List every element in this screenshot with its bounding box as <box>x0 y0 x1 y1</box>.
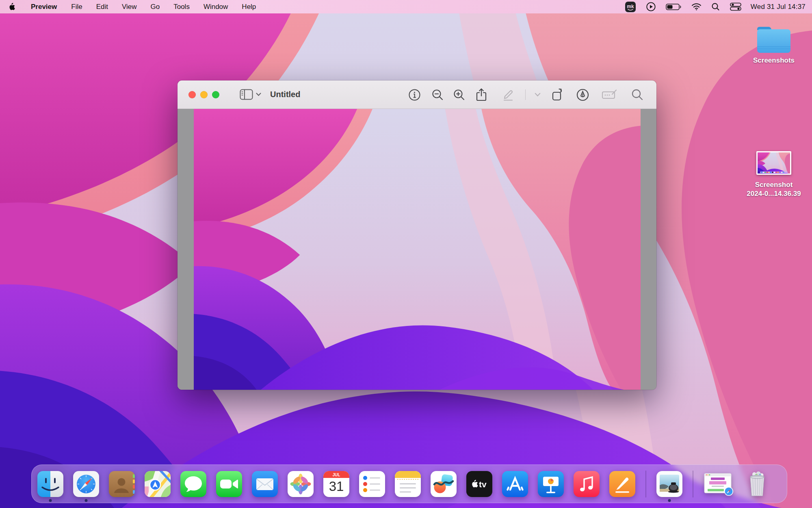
dock-item-maps[interactable] <box>145 471 171 497</box>
dock-item-pages[interactable] <box>609 471 635 497</box>
dock-item-photos[interactable] <box>288 471 314 497</box>
preview-window: Untitled <box>178 80 656 390</box>
menu-app-name[interactable]: Preview <box>24 0 64 13</box>
apple-menu-icon[interactable] <box>0 0 24 13</box>
dock-item-preview[interactable] <box>656 471 682 497</box>
minimize-button[interactable] <box>200 91 208 98</box>
window-titlebar[interactable]: Untitled <box>178 80 656 109</box>
traffic-lights <box>188 91 219 98</box>
dock: JUL31 tv <box>31 465 787 503</box>
window-title: Untitled <box>270 90 300 99</box>
menu-window[interactable]: Window <box>197 0 235 13</box>
dock-separator <box>645 471 646 497</box>
battery-icon[interactable] <box>661 0 686 13</box>
dock-item-keynote[interactable] <box>538 471 564 497</box>
chevron-down-icon[interactable] <box>530 80 546 109</box>
desktop-icon-label-line2: 2024-0...14.36.39 <box>734 189 812 198</box>
dock-item-mail[interactable] <box>252 471 278 497</box>
wifi-icon[interactable] <box>686 0 706 13</box>
share-icon[interactable] <box>470 80 493 109</box>
dock-item-freeform[interactable] <box>431 471 457 497</box>
mk-badge-icon[interactable]: mk <box>620 0 641 13</box>
control-center-icon[interactable] <box>725 0 747 13</box>
menu-bar: Preview File Edit View Go Tools Window H… <box>0 0 812 13</box>
sidebar-icon <box>240 89 253 100</box>
close-button[interactable] <box>188 91 196 98</box>
sidebar-toggle[interactable] <box>240 89 261 100</box>
folder-icon <box>756 25 792 54</box>
screenshot-thumbnail <box>756 151 791 175</box>
form-fill-icon[interactable] <box>595 80 625 109</box>
desktop-icon-label: Screenshots <box>740 56 808 65</box>
opened-image[interactable] <box>194 109 641 390</box>
desktop-icon-screenshots-folder[interactable]: Screenshots <box>740 25 808 65</box>
running-indicator <box>49 499 52 502</box>
svg-text:31: 31 <box>329 479 344 494</box>
dock-item-finder[interactable] <box>37 471 63 497</box>
dock-separator <box>693 471 693 497</box>
spotlight-search-icon[interactable] <box>706 0 725 13</box>
menu-help[interactable]: Help <box>235 0 263 13</box>
menu-go[interactable]: Go <box>144 0 167 13</box>
menu-tools[interactable]: Tools <box>167 0 197 13</box>
markup-pencil-icon[interactable] <box>493 80 521 109</box>
chevron-down-icon <box>256 93 261 96</box>
dock-item-facetime[interactable] <box>216 471 242 497</box>
markup-toolbar-icon[interactable] <box>571 80 595 109</box>
running-indicator <box>85 499 88 502</box>
dock-item-trash[interactable] <box>744 471 770 497</box>
desktop-icon-screenshot-file[interactable]: Screenshot 2024-0...14.36.39 <box>734 151 812 198</box>
running-indicator <box>668 499 671 502</box>
window-toolbar <box>402 80 646 109</box>
menu-view[interactable]: View <box>115 0 144 13</box>
window-content <box>178 109 656 390</box>
dock-item-notes[interactable] <box>395 471 421 497</box>
svg-text:JUL: JUL <box>333 472 340 477</box>
menu-file[interactable]: File <box>64 0 89 13</box>
menu-edit[interactable]: Edit <box>89 0 115 13</box>
menu-clock[interactable]: Wed 31 Jul 14:37 <box>747 3 812 11</box>
dock-item-reminders[interactable] <box>359 471 385 497</box>
svg-text:mk: mk <box>627 4 634 9</box>
search-icon[interactable] <box>625 80 646 109</box>
dock-item-calendar[interactable]: JUL31 <box>323 471 349 497</box>
svg-text:tv: tv <box>479 480 487 489</box>
zoom-out-icon[interactable] <box>427 80 448 109</box>
dock-item-music[interactable] <box>574 471 600 497</box>
dock-item-apple-tv[interactable]: tv <box>466 471 492 497</box>
info-icon[interactable] <box>402 80 427 109</box>
zoom-in-icon[interactable] <box>448 80 470 109</box>
toolbar-divider <box>525 89 526 100</box>
playback-icon[interactable] <box>641 0 661 13</box>
desktop-icon-label-line1: Screenshot <box>734 180 812 189</box>
dock-item-app-store[interactable] <box>502 471 528 497</box>
dock-item-contacts[interactable] <box>109 471 135 497</box>
dock-item-messages[interactable] <box>180 471 206 497</box>
zoom-button[interactable] <box>212 91 219 98</box>
rotate-left-icon[interactable] <box>546 80 571 109</box>
dock-item-minimized-window[interactable] <box>704 471 734 497</box>
dock-item-safari[interactable] <box>73 471 99 497</box>
